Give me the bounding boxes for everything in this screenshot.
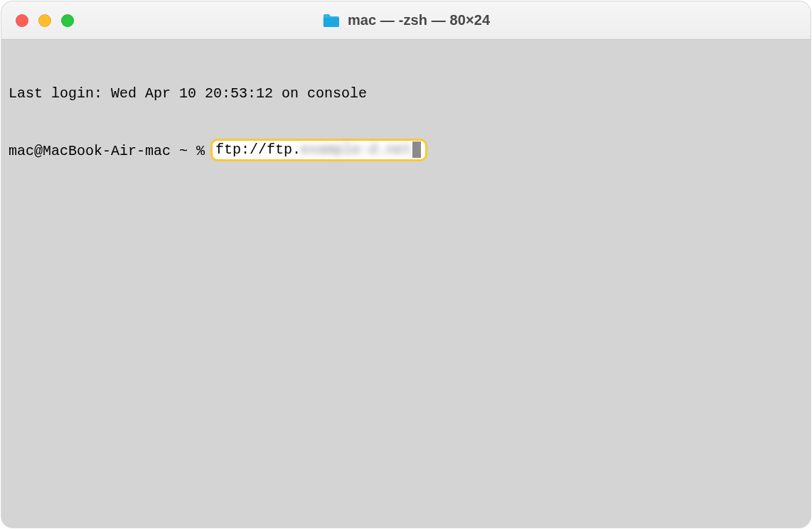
close-button[interactable] (16, 14, 28, 27)
folder-icon (322, 13, 341, 28)
terminal-window: mac — -zsh — 80×24 Last login: Wed Apr 1… (1, 1, 811, 528)
titlebar: mac — -zsh — 80×24 (1, 1, 811, 40)
maximize-button[interactable] (61, 14, 74, 27)
traffic-lights (16, 14, 74, 27)
command-highlight: ftp://ftp.example-d.net (210, 139, 427, 161)
last-login-line: Last login: Wed Apr 10 20:53:12 on conso… (9, 84, 803, 103)
prompt-line[interactable]: mac@MacBook-Air-mac ~ % ftp://ftp.exampl… (9, 141, 803, 161)
title-center: mac — -zsh — 80×24 (322, 12, 490, 28)
terminal-content[interactable]: Last login: Wed Apr 10 20:53:12 on conso… (1, 40, 811, 528)
command-visible: ftp://ftp. (215, 140, 301, 159)
minimize-button[interactable] (38, 14, 51, 27)
command-blurred: example-d.net (301, 140, 412, 159)
last-login-text: Last login: Wed Apr 10 20:53:12 on conso… (9, 84, 367, 103)
cursor-icon (412, 141, 421, 158)
prompt-text: mac@MacBook-Air-mac ~ % (9, 141, 213, 161)
window-title: mac — -zsh — 80×24 (348, 12, 490, 28)
